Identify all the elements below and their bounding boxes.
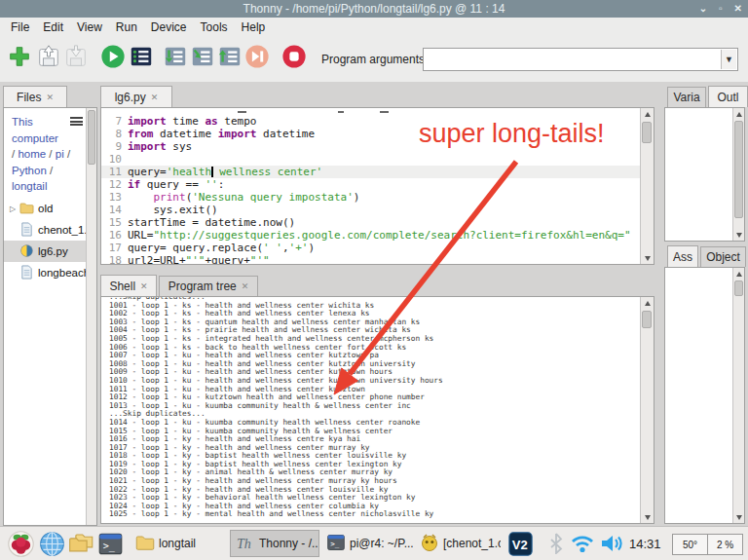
cpu-usage-widget[interactable]: 2 % (707, 534, 743, 555)
maximize-icon[interactable]: ▫ (719, 0, 723, 18)
token: 'Nessuna query impostata' (192, 191, 354, 204)
expander-icon[interactable]: ▷ (10, 205, 19, 213)
tab-close-icon[interactable]: ✕ (242, 281, 249, 291)
terminal[interactable]: >_ (97, 531, 124, 557)
code-text: query='health wellness center' (128, 166, 640, 178)
debug-script-button[interactable] (128, 45, 155, 72)
wifi-icon[interactable] (570, 533, 595, 554)
breadcrumb: Thiscomputer/ home / pi /Python /longtai… (12, 114, 85, 195)
close-icon[interactable]: ✕ (734, 0, 742, 18)
task-pi-r4-p-[interactable]: >_pi@r4: ~/P... (321, 530, 413, 557)
titlebar[interactable]: Thonny - /home/pi/Python/longtail/lg6.py… (0, 0, 748, 18)
shell-output-panel[interactable]: ...Skip duplicates...1001 - loop 1 - ks … (100, 296, 654, 524)
code-line: 10 (101, 153, 640, 166)
tab-close-icon[interactable]: ✕ (151, 93, 159, 102)
task-longtail[interactable]: longtail (131, 530, 224, 557)
menu-view[interactable]: View (70, 19, 109, 36)
vnc-icon[interactable]: V2 (508, 532, 533, 556)
volume-icon[interactable] (600, 533, 625, 554)
line-number: 15 (101, 216, 128, 229)
load-file-button[interactable] (35, 45, 62, 72)
outline-scrollbar[interactable] (732, 108, 744, 241)
token: query= (128, 166, 167, 178)
tab-ass[interactable]: Ass (667, 245, 698, 267)
token: sys.exit() (128, 204, 218, 216)
step-into-button[interactable] (189, 45, 216, 72)
step-over-button[interactable] (162, 45, 189, 72)
program-arguments-input[interactable]: ▼ (423, 48, 738, 71)
shell-output: ...Skip duplicates...1001 - loop 1 - ks … (109, 297, 635, 521)
assistant-panel (664, 267, 745, 524)
shell-scrollbar[interactable] (640, 297, 654, 523)
step-out-button[interactable] (216, 45, 243, 72)
tab-varia[interactable]: Varia (667, 87, 706, 107)
svg-text:>_: >_ (103, 541, 116, 552)
stop-icon (281, 44, 307, 73)
tab-files[interactable]: Files ✕ (3, 86, 67, 107)
clock[interactable]: 14:31 (629, 537, 661, 551)
file-item-label: lg6.py (38, 245, 68, 257)
web-browser[interactable] (39, 531, 65, 557)
code-line: 16URL="http://suggestqueries.google.com/… (101, 229, 640, 242)
token: ) (308, 242, 315, 254)
token: query= query.replace( (128, 242, 263, 254)
menu-tools[interactable]: Tools (194, 19, 235, 36)
stop-button[interactable] (280, 45, 308, 72)
menu-edit[interactable]: Edit (36, 19, 70, 36)
breadcrumb-link[interactable]: Python (12, 165, 47, 176)
breadcrumb-separator: / (46, 148, 56, 160)
tab-close-icon[interactable]: ✕ (140, 281, 148, 291)
combo-dropdown-icon[interactable]: ▼ (721, 50, 736, 69)
minimize-icon[interactable]: ⌄ (699, 0, 707, 18)
cpu-temp-widget[interactable]: 50° (672, 534, 708, 555)
new-file-button[interactable] (6, 45, 33, 72)
file-icon (19, 222, 38, 239)
code-line: 18url2=URL+"'"+query+"'" (101, 254, 640, 265)
assistant-scrollbar[interactable] (732, 268, 744, 523)
annotation-text: super long-tails! (419, 119, 605, 149)
run-script-button[interactable] (99, 45, 127, 72)
tab-shell[interactable]: Shell✕ (100, 275, 157, 296)
tab-lg6py[interactable]: lg6.py ✕ (100, 86, 172, 107)
task--chenot-1-c-[interactable]: [chenot_1.c... (415, 530, 501, 557)
token: import (218, 128, 257, 140)
bluetooth-icon[interactable] (548, 533, 564, 554)
file-item-lg6-py[interactable]: lg6.py (4, 241, 88, 262)
tab-program-tree[interactable]: Program tree✕ (159, 276, 258, 296)
tab-close-icon[interactable]: ✕ (46, 93, 54, 102)
taskbar: V2 14:31 50° 2 % >_longtailThThonny - /.… (0, 526, 748, 560)
breadcrumb-link[interactable]: computer (12, 132, 58, 144)
window-title: Thonny - /home/pi/Python/longtail/lg6.py… (243, 2, 505, 16)
save-file-icon (63, 44, 89, 73)
file-item-old[interactable]: ▷old (4, 198, 88, 219)
token: URL= (128, 229, 154, 242)
hamburger-menu-icon[interactable] (70, 117, 83, 126)
breadcrumb-line: Python / (12, 163, 85, 179)
svg-text:>_: >_ (330, 540, 340, 548)
breadcrumb-link[interactable]: longtail (12, 180, 47, 192)
code-text: URL="http://suggestqueries.google.com/co… (128, 229, 640, 242)
menu-help[interactable]: Help (235, 19, 273, 36)
task-thonny-[interactable]: ThThonny - /... (230, 530, 319, 557)
raspberry-menu[interactable] (8, 531, 34, 557)
task-label: [chenot_1.c... (443, 537, 501, 550)
resume-button[interactable] (243, 45, 271, 72)
menu-run[interactable]: Run (109, 19, 144, 36)
token: if (128, 178, 140, 191)
tab-label: Outl (717, 91, 738, 104)
file-item-longbeach-c[interactable]: longbeach.c (4, 262, 88, 283)
files-scrollbar[interactable] (86, 108, 96, 525)
outline-panel (664, 107, 745, 242)
file-manager[interactable] (68, 531, 94, 557)
menu-file[interactable]: File (4, 19, 36, 36)
menu-device[interactable]: Device (144, 19, 194, 36)
save-file-button[interactable] (62, 45, 90, 72)
breadcrumb-link[interactable]: home (18, 148, 46, 160)
token: , (282, 242, 289, 254)
tab-object[interactable]: Object (700, 246, 746, 267)
breadcrumb-link[interactable]: This (12, 116, 33, 128)
editor-scrollbar[interactable] (640, 108, 654, 264)
file-item-chenot-1-cs[interactable]: chenot_1.cs (4, 219, 88, 241)
tab-outl[interactable]: Outl (708, 86, 748, 107)
breadcrumb-link[interactable]: pi (56, 148, 64, 160)
